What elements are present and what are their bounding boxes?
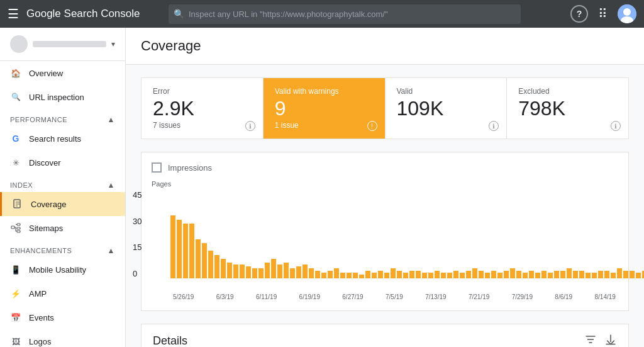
chart-bar[interactable] [460,273,465,278]
chart-bar[interactable] [586,273,591,278]
sidebar-item-sitemaps[interactable]: Sitemaps [0,216,125,240]
chart-bar[interactable] [428,273,433,278]
chart-bar[interactable] [353,273,358,278]
chart-bar[interactable] [378,271,383,278]
chart-bar[interactable] [592,273,597,278]
chart-bar[interactable] [403,273,408,278]
chart-bar[interactable] [623,271,628,278]
chart-bar[interactable] [573,271,578,278]
chart-bar[interactable] [579,271,584,278]
chart-bar[interactable] [422,273,427,278]
chart-bar[interactable] [365,271,370,278]
info-icon[interactable]: ℹ [489,121,499,131]
chart-bar[interactable] [221,259,226,278]
sidebar-item-search-results[interactable]: G Search results [0,127,125,151]
chart-bar[interactable] [290,268,295,278]
chart-bar[interactable] [497,273,502,278]
apps-icon[interactable]: ⠿ [598,6,608,21]
chart-bar[interactable] [277,265,282,278]
sidebar-item-url-inspection[interactable]: 🔍 URL inspection [0,85,125,109]
chart-bar[interactable] [472,268,477,278]
info-icon[interactable]: ℹ [611,121,621,131]
chart-bar[interactable] [453,271,458,278]
chart-bar[interactable] [309,268,314,278]
chart-bar[interactable] [196,239,201,278]
stat-card-error[interactable]: Error 2.9K 7 issues ℹ [142,78,264,139]
chart-bar[interactable] [636,273,641,278]
chart-bar[interactable] [347,273,352,278]
chart-bar[interactable] [258,268,264,278]
chart-bar[interactable] [630,271,635,278]
chart-bar[interactable] [391,268,396,278]
chart-bar[interactable] [246,266,251,278]
chart-bar[interactable] [183,224,188,278]
chart-bar[interactable] [271,259,276,278]
chart-bar[interactable] [416,271,421,278]
help-icon[interactable]: ? [570,5,588,23]
impressions-checkbox[interactable] [152,162,162,173]
chart-bar[interactable] [372,273,377,278]
chart-bar[interactable] [560,271,565,278]
chart-bar[interactable] [516,271,521,278]
stat-card-valid-warnings[interactable]: Valid with warnings 9 1 issue ! [264,78,386,139]
chart-bar[interactable] [598,271,603,278]
sidebar-item-logos[interactable]: 🖼 Logos [0,329,125,347]
chart-bar[interactable] [554,271,559,278]
sidebar-item-discover[interactable]: ✳ Discover [0,151,125,174]
chart-bar[interactable] [435,271,440,278]
chart-bar[interactable] [441,273,446,278]
menu-icon[interactable]: ☰ [8,6,19,21]
filter-icon[interactable] [584,333,597,347]
chart-bar[interactable] [485,273,490,278]
chart-bar[interactable] [617,268,622,278]
sidebar-item-coverage[interactable]: Coverage [0,192,125,216]
avatar[interactable] [618,4,636,23]
sidebar-item-overview[interactable]: 🏠 Overview [0,61,125,85]
chart-bar[interactable] [240,265,245,278]
chart-bar[interactable] [284,263,289,278]
chart-bar[interactable] [611,273,616,278]
chart-bar[interactable] [315,271,320,278]
chart-bar[interactable] [252,268,257,278]
chart-bar[interactable] [510,268,515,278]
chart-bar[interactable] [541,271,547,278]
stat-card-valid[interactable]: Valid 109K ℹ [386,78,508,139]
chart-bar[interactable] [177,220,182,278]
chart-bar[interactable] [296,266,301,278]
chart-bar[interactable] [340,273,345,278]
chart-bar[interactable] [504,271,509,278]
chart-bar[interactable] [189,224,194,278]
chart-bar[interactable] [466,271,471,278]
chart-bar[interactable] [227,263,232,278]
chart-bar[interactable] [604,271,609,278]
chart-bar[interactable] [529,271,534,278]
chart-bar[interactable] [208,251,213,278]
sidebar-item-mobile-usability[interactable]: 📱 Mobile Usability [0,258,125,282]
chart-bar[interactable] [409,271,414,278]
chart-bar[interactable] [384,273,389,278]
chart-bar[interactable] [170,215,175,278]
search-input[interactable] [169,4,521,24]
chart-bar[interactable] [535,273,540,278]
chart-bar[interactable] [491,271,496,278]
chart-bar[interactable] [321,273,326,278]
chart-bar[interactable] [523,273,528,278]
info-icon[interactable]: ! [367,121,377,131]
chart-bar[interactable] [202,243,207,278]
sidebar-account[interactable]: ▾ [0,28,125,61]
chart-bar[interactable] [334,268,339,278]
chart-bar[interactable] [233,265,238,278]
chart-bar[interactable] [303,265,308,278]
chart-bar[interactable] [359,275,364,278]
stat-card-excluded[interactable]: Excluded 798K ℹ [507,78,628,139]
chart-bar[interactable] [214,255,219,278]
chart-bar[interactable] [328,271,333,278]
chart-bar[interactable] [567,268,572,278]
sidebar-item-amp[interactable]: ⚡ AMP [0,282,125,305]
chart-bar[interactable] [479,271,484,278]
chart-bar[interactable] [265,263,270,278]
download-icon[interactable] [604,333,617,347]
chart-bar[interactable] [447,273,452,278]
sidebar-item-events[interactable]: 📅 Events [0,305,125,329]
chart-bar[interactable] [397,271,402,278]
